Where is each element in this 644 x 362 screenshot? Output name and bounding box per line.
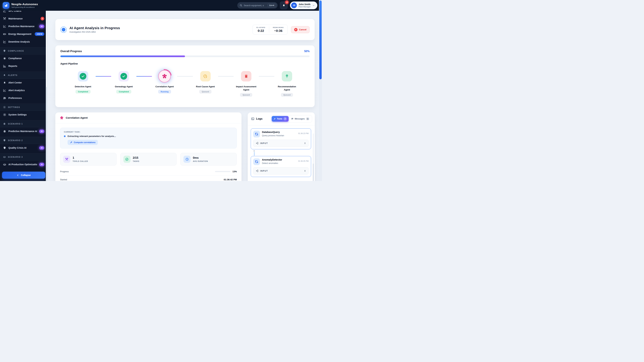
tab-tools[interactable]: Tools 7 — [272, 116, 289, 122]
shield-icon — [3, 146, 6, 149]
sidebar-item-preferences[interactable]: Preferences — [0, 94, 47, 102]
expand-collapse-chevrons-icon[interactable] — [304, 142, 306, 144]
sidebar-item-downtime-analysis[interactable]: Downtime Analysis — [0, 38, 47, 45]
shield-icon — [3, 139, 6, 142]
shield-icon — [3, 49, 6, 52]
maintenance-count-badge: 5 — [40, 17, 44, 20]
search-box: Ctrl+K — [237, 2, 278, 8]
elapsed-label: ELAPSED — [256, 26, 265, 28]
overall-progress-fill — [60, 55, 185, 57]
bell-icon — [3, 81, 6, 84]
notifications-button[interactable]: 4 — [280, 1, 288, 9]
log-connector — [254, 149, 311, 156]
log-input-section[interactable]: INPUT — [253, 140, 308, 147]
pipeline-connector — [96, 76, 111, 77]
root-cause-agent-node — [200, 71, 211, 81]
detective-agent-node — [78, 71, 88, 81]
terminal-icon — [251, 117, 254, 120]
detail-card-title: Correlation Agent — [66, 116, 88, 119]
app-subtitle: Self-governing AI excellence — [12, 6, 38, 8]
logs-scrollbar[interactable] — [313, 133, 314, 181]
tab-messages[interactable]: Messages 11 — [289, 116, 311, 122]
pipeline-connector — [136, 76, 152, 77]
log-in-icon — [256, 142, 258, 145]
agent-progress-percent: 13% — [232, 170, 237, 173]
log-timestamp: 01:36:23 PM — [298, 131, 308, 134]
seal-icon — [3, 57, 6, 60]
sidebar-section-settings: SETTINGS System Settings — [0, 104, 47, 118]
sidebar-item-system-settings[interactable]: System Settings — [0, 111, 47, 118]
correlation-agent-card: Correlation Agent CURRENT TASK: Extracti… — [55, 112, 242, 181]
cancel-button[interactable]: Cancel — [291, 26, 310, 33]
check-circle-icon — [80, 73, 86, 80]
logs-scrollbar-thumb[interactable] — [313, 164, 314, 181]
sidebar-item-ai-production-optimization[interactable]: AI Production Optimizatior AI — [0, 161, 47, 168]
section-header-scenario-1: SCENARIO 1 — [0, 120, 47, 127]
battery-icon — [3, 32, 6, 36]
sidebar-nav: SPC Charts Maintenance 5 Predictive Main… — [0, 11, 47, 170]
check-circle-icon — [124, 156, 130, 163]
robot-icon — [3, 156, 6, 158]
sidebar-item-reports[interactable]: Reports — [0, 62, 47, 70]
analysis-banner: AI Agent Analysis in Progress Investigat… — [55, 19, 314, 40]
correlation-agent-node — [158, 70, 171, 82]
factory-logo-icon — [3, 2, 10, 9]
sidebar-section-scenario-2: SCENARIO 2 Quality Crisis AI AI — [0, 137, 47, 152]
sidebar-item-spc-charts[interactable]: SPC Charts — [0, 11, 47, 15]
log-entry-anomaly-detector[interactable]: AnomalyDetector Detect anomalies 01:36:2… — [251, 156, 311, 177]
user-name: John Smith — [298, 3, 310, 5]
pipeline-connector — [218, 76, 234, 77]
section-header-scenario-2: SCENARIO 2 — [0, 137, 47, 144]
section-header-alerts: ALERTS — [0, 72, 47, 79]
user-menu[interactable]: JS John Smith Plant Manager — [290, 1, 317, 9]
sidebar-item-quality-crisis-ai[interactable]: Quality Crisis AI AI — [0, 144, 47, 152]
sidebar-item-predictive-maintenance[interactable]: Predictive Maintenance AI — [0, 22, 47, 30]
collapse-sidebar-button[interactable]: Collapse — [2, 172, 45, 179]
clock-icon — [184, 156, 190, 163]
bar-chart-icon — [3, 64, 6, 68]
sliders-icon — [3, 96, 6, 100]
progress-card: Overall Progress 50% Agent Pipeline Dete… — [55, 45, 314, 107]
logs-title: Logs — [256, 117, 262, 120]
ai-badge: AI — [39, 25, 44, 28]
pipeline-agent-detective: Detective Agent Completed — [70, 69, 96, 93]
remaining-label: REMAINING — [273, 26, 284, 28]
ai-badge: AI — [39, 146, 44, 150]
elapsed-value: 0:22 — [256, 29, 265, 33]
sidebar-scrollbar-thumb[interactable] — [46, 11, 47, 87]
current-task-text: Extracting relevant parameters for analy… — [68, 135, 116, 137]
top-header: Nexgile-Autonomex Self-governing AI exce… — [0, 0, 322, 11]
message-icon — [291, 118, 294, 120]
sidebar-item-compliance[interactable]: Compliance — [0, 54, 47, 62]
sidebar-item-alert-analytics[interactable]: Alert Analytics — [0, 86, 47, 94]
head-gear-icon — [203, 74, 208, 79]
bell-icon — [282, 4, 286, 7]
sidebar-item-energy-management[interactable]: Energy Management 245KW — [0, 30, 47, 38]
chart-line-icon — [3, 11, 6, 12]
sidebar-item-alert-center[interactable]: Alert Center — [0, 79, 47, 86]
sidebar-item-predictive-maintenance-ai[interactable]: Predictive Maintenance AI AI — [0, 127, 47, 135]
sidebar-scrollbar[interactable] — [46, 11, 47, 181]
avatar: JS — [291, 2, 297, 8]
agent-pipeline-label: Agent Pipeline — [60, 62, 310, 65]
page-scrollbar[interactable] — [319, 0, 322, 181]
log-input-section[interactable]: INPUT — [253, 167, 308, 174]
section-header-compliance: COMPLIANCE — [0, 47, 47, 54]
brand: Nexgile-Autonomex Self-governing AI exce… — [3, 2, 38, 9]
search-input[interactable] — [244, 4, 266, 7]
log-entry-database-query[interactable]: DatabaseQuery Query process historian 01… — [251, 128, 311, 149]
overall-progress-label: Overall Progress — [60, 50, 82, 53]
sidebar-item-maintenance[interactable]: Maintenance 5 — [0, 15, 47, 22]
messages-count-badge: 11 — [306, 117, 310, 120]
expand-collapse-chevrons-icon[interactable] — [304, 170, 306, 172]
pipeline-agent-recommendation: Recommendation Agent Queued — [274, 69, 300, 97]
stat-tasks: 2/15 TASKS — [120, 153, 177, 166]
page-scrollbar-thumb[interactable] — [319, 0, 322, 79]
pipeline-connector — [259, 76, 274, 77]
gear-icon — [3, 113, 6, 116]
started-label: Started — [60, 178, 67, 181]
status-badge: Queued — [240, 93, 252, 97]
pipeline-agent-genealogy: Genealogy Agent Completed — [111, 69, 136, 93]
notification-count-badge: 4 — [285, 0, 289, 4]
chart-line-icon — [3, 89, 6, 92]
